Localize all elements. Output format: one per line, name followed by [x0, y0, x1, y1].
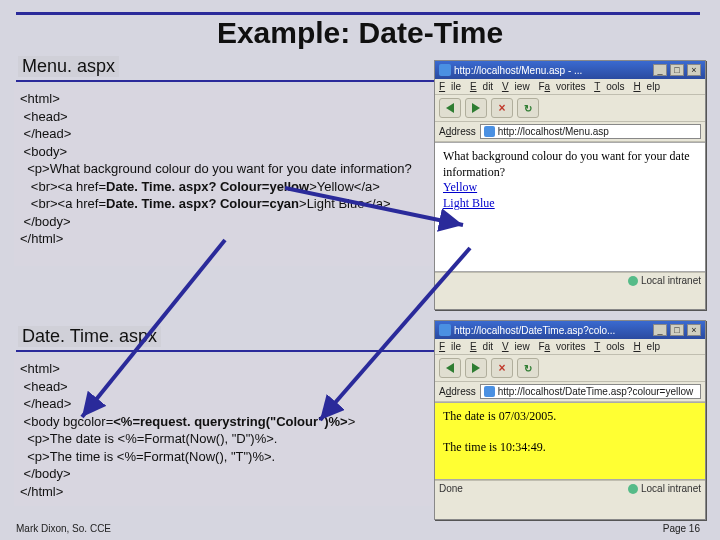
code-line: <head>	[20, 379, 68, 394]
address-bar-row: Address http://localhost/DateTime.asp?co…	[435, 382, 705, 402]
code-bold: Date. Time. aspx? Colour=cyan	[106, 196, 299, 211]
back-button[interactable]	[439, 98, 461, 118]
address-label: Address	[439, 386, 476, 397]
section1-label: Menu. aspx	[18, 56, 119, 77]
refresh-button[interactable]: ↻	[517, 98, 539, 118]
section2-label: Date. Time. aspx	[18, 326, 161, 347]
browser-window-menu: http://localhost/Menu.asp - ... _ □ × FF…	[434, 60, 706, 310]
browser-toolbar: × ↻	[435, 95, 705, 122]
code-line: </body>	[20, 214, 71, 229]
link-yellow[interactable]: Yellow	[443, 180, 477, 194]
browser-title-text: http://localhost/DateTime.asp?colo...	[454, 325, 650, 336]
code-line: </body>	[20, 466, 71, 481]
code-line: >Light Blue</a>	[299, 196, 390, 211]
footer-right: Page 16	[663, 523, 700, 534]
maximize-button[interactable]: □	[670, 64, 684, 76]
close-button[interactable]: ×	[687, 64, 701, 76]
code-bold: Date. Time. aspx? Colour=yellow	[106, 179, 309, 194]
menu-file[interactable]: File	[439, 341, 461, 352]
code-line: <body bgcolor=	[20, 414, 113, 429]
address-input[interactable]: http://localhost/Menu.asp	[480, 124, 701, 139]
code-line: <body>	[20, 144, 67, 159]
status-zone: Local intranet	[628, 483, 701, 494]
code-line: >	[348, 414, 356, 429]
forward-button[interactable]	[465, 358, 487, 378]
ie-icon	[439, 324, 451, 336]
menu-view[interactable]: View	[502, 81, 530, 92]
code-line: <p>The date is <%=Format(Now(), "D")%>.	[20, 431, 277, 446]
minimize-button[interactable]: _	[653, 324, 667, 336]
menu-favorites[interactable]: Favorites	[538, 81, 585, 92]
browser-statusbar: Done Local intranet	[435, 480, 705, 496]
address-url: http://localhost/DateTime.asp?colour=yel…	[498, 386, 694, 397]
address-url: http://localhost/Menu.asp	[498, 126, 609, 137]
menu-edit[interactable]: Edit	[470, 81, 493, 92]
close-button[interactable]: ×	[687, 324, 701, 336]
browser-menubar: File Edit View Favorites Tools Help	[435, 339, 705, 355]
browser-viewport: What background colour do you want for y…	[435, 142, 705, 272]
code-line: </head>	[20, 396, 71, 411]
browser-titlebar: http://localhost/DateTime.asp?colo... _ …	[435, 321, 705, 339]
code-line: <p>The time is <%=Format(Now(), "T")%>.	[20, 449, 275, 464]
stop-button[interactable]: ×	[491, 358, 513, 378]
address-label: Address	[439, 126, 476, 137]
code-line: <head>	[20, 109, 68, 124]
arrow-forward-icon	[472, 363, 480, 373]
menu-help[interactable]: Help	[633, 341, 660, 352]
menu-tools[interactable]: Tools	[594, 81, 624, 92]
refresh-icon: ↻	[524, 363, 532, 374]
menu-tools[interactable]: Tools	[594, 341, 624, 352]
code-line: >Yellow</a>	[309, 179, 380, 194]
code-line: <br><a href=	[20, 196, 106, 211]
code-datetime-aspx: <html> <head> </head> <body bgcolor=<%=r…	[14, 356, 434, 506]
footer-left: Mark Dixon, So. CCE	[16, 523, 111, 534]
menu-file[interactable]: FFileile	[439, 81, 461, 92]
stop-button[interactable]: ×	[491, 98, 513, 118]
page-date-line: The date is 07/03/2005.	[443, 409, 697, 425]
code-line: </html>	[20, 231, 63, 246]
link-light-blue[interactable]: Light Blue	[443, 196, 495, 210]
arrow-back-icon	[446, 363, 454, 373]
code-line: <html>	[20, 361, 60, 376]
page-icon	[484, 386, 495, 397]
browser-statusbar: Local intranet	[435, 272, 705, 288]
maximize-button[interactable]: □	[670, 324, 684, 336]
refresh-button[interactable]: ↻	[517, 358, 539, 378]
top-rule	[16, 12, 700, 15]
browser-viewport: The date is 07/03/2005. The time is 10:3…	[435, 402, 705, 480]
globe-icon	[628, 276, 638, 286]
minimize-button[interactable]: _	[653, 64, 667, 76]
code-line: <html>	[20, 91, 60, 106]
arrow-forward-icon	[472, 103, 480, 113]
arrow-back-icon	[446, 103, 454, 113]
code-bold: <%=request. querystring("Colour")%>	[113, 414, 347, 429]
stop-icon: ×	[498, 101, 505, 115]
menu-view[interactable]: View	[502, 341, 530, 352]
forward-button[interactable]	[465, 98, 487, 118]
page-question: What background colour do you want for y…	[443, 149, 697, 180]
address-bar-row: Address http://localhost/Menu.asp	[435, 122, 705, 142]
code-line: <br><a href=	[20, 179, 106, 194]
code-menu-aspx: <html> <head> </head> <body> <p>What bac…	[14, 86, 434, 266]
browser-title-text: http://localhost/Menu.asp - ...	[454, 65, 650, 76]
globe-icon	[628, 484, 638, 494]
browser-titlebar: http://localhost/Menu.asp - ... _ □ ×	[435, 61, 705, 79]
page-icon	[484, 126, 495, 137]
menu-edit[interactable]: Edit	[470, 341, 493, 352]
code-line: </head>	[20, 126, 71, 141]
stop-icon: ×	[498, 361, 505, 375]
address-input[interactable]: http://localhost/DateTime.asp?colour=yel…	[480, 384, 701, 399]
browser-menubar: FFileile Edit View Favorites Tools Help	[435, 79, 705, 95]
refresh-icon: ↻	[524, 103, 532, 114]
browser-toolbar: × ↻	[435, 355, 705, 382]
code-line: <p>What background colour do you want fo…	[20, 161, 412, 176]
status-zone: Local intranet	[628, 275, 701, 286]
menu-help[interactable]: Help	[633, 81, 660, 92]
browser-window-datetime: http://localhost/DateTime.asp?colo... _ …	[434, 320, 706, 520]
slide-title: Example: Date-Time	[0, 16, 720, 50]
back-button[interactable]	[439, 358, 461, 378]
code-line: </html>	[20, 484, 63, 499]
ie-icon	[439, 64, 451, 76]
menu-favorites[interactable]: Favorites	[538, 341, 585, 352]
status-left: Done	[439, 483, 463, 494]
